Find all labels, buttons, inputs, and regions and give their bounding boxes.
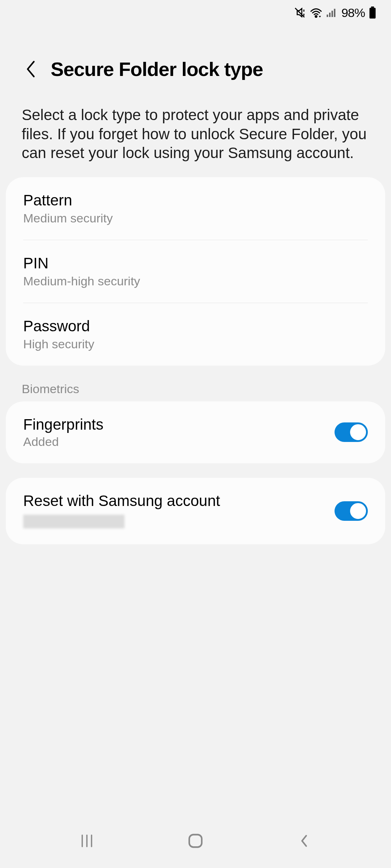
header: Secure Folder lock type xyxy=(0,25,391,95)
chevron-left-icon xyxy=(26,60,36,78)
back-button[interactable] xyxy=(22,58,40,80)
section-header-biometrics: Biometrics xyxy=(0,366,391,401)
page-title: Secure Folder lock type xyxy=(51,58,263,80)
svg-rect-3 xyxy=(327,14,328,17)
svg-point-2 xyxy=(315,16,317,17)
status-bar: 98% xyxy=(0,0,391,25)
lock-type-list: Pattern Medium security PIN Medium-high … xyxy=(6,177,385,366)
wifi-icon xyxy=(310,7,323,18)
reset-toggle[interactable] xyxy=(335,501,368,521)
nav-recents-button[interactable] xyxy=(69,830,105,852)
reset-row[interactable]: Reset with Samsung account xyxy=(6,478,385,544)
nav-home-button[interactable] xyxy=(177,830,214,852)
reset-label: Reset with Samsung account xyxy=(23,492,335,510)
lock-type-password[interactable]: Password High security xyxy=(6,303,385,366)
reset-card: Reset with Samsung account xyxy=(6,478,385,544)
lock-type-label: Password xyxy=(23,318,368,335)
nav-back-button[interactable] xyxy=(286,830,322,852)
lock-type-sub: High security xyxy=(23,337,368,351)
biometrics-card: Fingerprints Added xyxy=(6,401,385,463)
lock-type-label: PIN xyxy=(23,255,368,272)
lock-type-pattern[interactable]: Pattern Medium security xyxy=(6,177,385,240)
svg-rect-0 xyxy=(303,10,304,12)
fingerprints-sub: Added xyxy=(23,435,335,449)
battery-percentage: 98% xyxy=(341,6,365,20)
svg-rect-5 xyxy=(332,11,333,17)
svg-rect-7 xyxy=(371,7,374,8)
fingerprints-row[interactable]: Fingerprints Added xyxy=(6,401,385,463)
navigation-bar xyxy=(0,821,391,868)
recents-icon xyxy=(79,834,95,848)
svg-rect-8 xyxy=(370,8,376,19)
back-icon xyxy=(299,834,309,848)
signal-icon xyxy=(326,8,338,18)
svg-rect-1 xyxy=(303,14,304,16)
svg-rect-4 xyxy=(329,13,331,17)
fingerprints-label: Fingerprints xyxy=(23,416,335,433)
mute-vibrate-icon xyxy=(294,7,306,19)
battery-icon xyxy=(369,7,377,19)
page-description: Select a lock type to protect your apps … xyxy=(0,95,391,177)
svg-rect-12 xyxy=(189,835,202,847)
home-icon xyxy=(187,833,204,849)
status-icons: 98% xyxy=(294,6,377,20)
lock-type-sub: Medium-high security xyxy=(23,274,368,288)
fingerprints-toggle[interactable] xyxy=(335,422,368,442)
lock-type-pin[interactable]: PIN Medium-high security xyxy=(6,240,385,303)
reset-account-redacted xyxy=(23,515,125,528)
svg-rect-6 xyxy=(334,9,335,17)
lock-type-label: Pattern xyxy=(23,192,368,209)
lock-type-sub: Medium security xyxy=(23,211,368,225)
